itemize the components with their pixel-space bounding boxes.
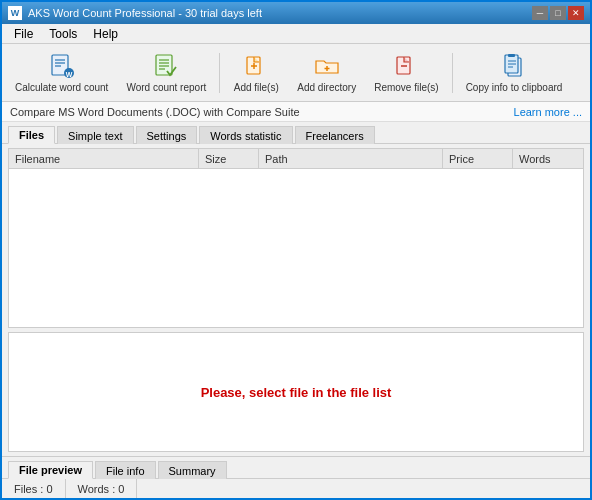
svg-rect-6 [156,55,172,75]
main-window: W AKS Word Count Professional - 30 trial… [0,0,592,500]
maximize-button[interactable]: □ [550,6,566,20]
word-count-report-icon [152,52,180,80]
table-header: Filename Size Path Price Words [9,149,583,169]
toolbar-separator-2 [452,53,453,93]
col-words: Words [513,149,583,168]
window-title: AKS Word Count Professional - 30 trial d… [28,7,262,19]
remove-files-icon [392,52,420,80]
add-files-button[interactable]: Add file(s) [226,48,286,97]
menu-file[interactable]: File [6,25,41,43]
calculate-word-count-icon: W [48,52,76,80]
menu-bar: File Tools Help [2,24,590,44]
tab-files[interactable]: Files [8,126,55,144]
bottom-tabs: File preview File info Summary [2,456,590,478]
app-icon: W [8,6,22,20]
tab-summary[interactable]: Summary [158,461,227,479]
status-files: Files : 0 [2,479,66,498]
status-bar: Files : 0 Words : 0 [2,478,590,498]
col-filename: Filename [9,149,199,168]
title-controls: ─ □ ✕ [532,6,584,20]
menu-help[interactable]: Help [85,25,126,43]
add-files-label: Add file(s) [234,82,279,93]
tab-words-statistic[interactable]: Words statistic [199,126,292,144]
add-directory-label: Add directory [297,82,356,93]
main-content: Filename Size Path Price Words Please, s… [2,144,590,456]
title-bar-left: W AKS Word Count Professional - 30 trial… [8,6,262,20]
tab-simple-text[interactable]: Simple text [57,126,133,144]
tab-freelancers[interactable]: Freelancers [295,126,375,144]
col-size: Size [199,149,259,168]
info-text: Compare MS Word Documents (.DOC) with Co… [10,106,300,118]
lower-panel: Please, select file in the file list [8,332,584,452]
copy-to-clipboard-icon [500,52,528,80]
menu-tools[interactable]: Tools [41,25,85,43]
copy-to-clipboard-button[interactable]: Copy info to clipboard [459,48,570,97]
remove-files-label: Remove file(s) [374,82,438,93]
add-directory-icon [313,52,341,80]
remove-files-button[interactable]: Remove file(s) [367,48,445,97]
lower-panel-message: Please, select file in the file list [201,385,392,400]
close-button[interactable]: ✕ [568,6,584,20]
title-bar: W AKS Word Count Professional - 30 trial… [2,2,590,24]
tab-settings[interactable]: Settings [136,126,198,144]
calculate-word-count-button[interactable]: W Calculate word count [8,48,115,97]
info-bar: Compare MS Word Documents (.DOC) with Co… [2,102,590,122]
learn-more-link[interactable]: Learn more ... [514,106,582,118]
file-table: Filename Size Path Price Words [8,148,584,328]
add-files-icon [242,52,270,80]
col-price: Price [443,149,513,168]
toolbar-separator-1 [219,53,220,93]
minimize-button[interactable]: ─ [532,6,548,20]
main-tabs: Files Simple text Settings Words statist… [2,122,590,144]
svg-rect-20 [508,54,515,57]
toolbar: W Calculate word count Word count report [2,44,590,102]
table-body [9,169,583,327]
col-path: Path [259,149,443,168]
status-words: Words : 0 [66,479,138,498]
word-count-report-button[interactable]: Word count report [119,48,213,97]
add-directory-button[interactable]: Add directory [290,48,363,97]
word-count-report-label: Word count report [126,82,206,93]
tab-file-info[interactable]: File info [95,461,156,479]
svg-text:W: W [65,71,72,78]
calculate-word-count-label: Calculate word count [15,82,108,93]
tab-file-preview[interactable]: File preview [8,461,93,479]
copy-to-clipboard-label: Copy info to clipboard [466,82,563,93]
